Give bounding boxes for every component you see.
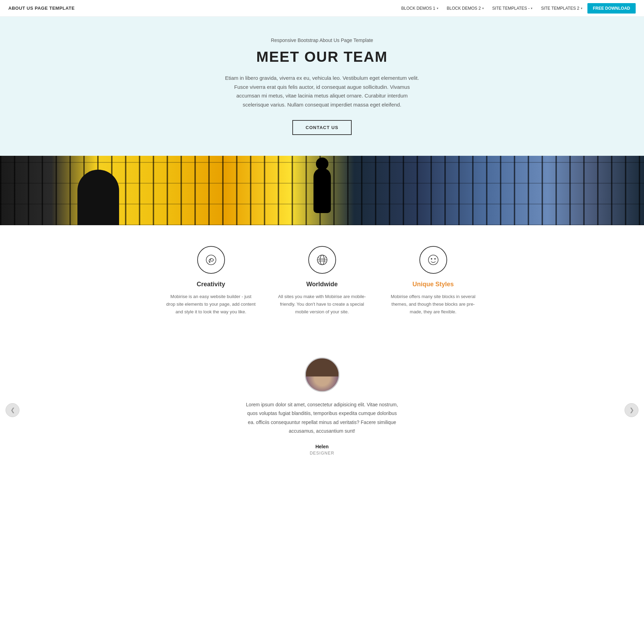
features-grid: Creativity Mobirise is an easy website b… <box>166 246 478 316</box>
feature-creativity: Creativity Mobirise is an easy website b… <box>166 246 256 316</box>
testimonial-next-button[interactable]: ❯ <box>625 403 638 417</box>
creativity-icon <box>203 252 219 268</box>
worldwide-title: Worldwide <box>277 281 367 288</box>
svg-point-1 <box>209 261 210 263</box>
nav-site-templates-1[interactable]: SITE TEMPLATES - ▾ <box>489 4 536 13</box>
hero-subtitle: Responsive Bootstrap About Us Page Templ… <box>14 37 630 43</box>
hero-section: Responsive Bootstrap About Us Page Templ… <box>0 17 644 156</box>
creativity-desc: Mobirise is an easy website builder - ju… <box>166 293 256 316</box>
chevron-down-icon: ▾ <box>482 7 484 10</box>
avatar-hair <box>306 358 338 376</box>
creativity-icon-circle <box>197 246 225 274</box>
worldwide-icon-circle <box>308 246 336 274</box>
image-banner <box>0 156 644 225</box>
nav-block-demos-1[interactable]: BLOCK DEMOS 1 ▾ <box>398 4 442 13</box>
unique-styles-icon <box>426 252 441 268</box>
chevron-down-icon: ▾ <box>437 7 438 10</box>
feature-unique-styles: Unique Styles Mobirise offers many site … <box>388 246 478 316</box>
feature-worldwide: Worldwide All sites you make with Mobiri… <box>277 246 367 316</box>
free-download-button[interactable]: FREE DOWNLOAD <box>587 3 636 14</box>
svg-point-5 <box>428 255 438 265</box>
testimonial-role: DESIGNER <box>14 451 630 456</box>
svg-point-6 <box>431 258 432 260</box>
testimonial-prev-button[interactable]: ❮ <box>6 403 19 417</box>
testimonial-name: Helen <box>14 444 630 449</box>
testimonial-text: Lorem ipsum dolor sit amet, consectetur … <box>246 400 399 435</box>
avatar-graphic <box>306 358 338 391</box>
navbar: ABOUT US PAGE TEMPLATE BLOCK DEMOS 1 ▾ B… <box>0 0 644 17</box>
hero-title: MEET OUR TEAM <box>14 49 630 65</box>
nav-site-templates-2[interactable]: SITE TEMPLATES 2 ▾ <box>537 4 586 13</box>
banner-silhouette-center <box>313 168 331 213</box>
features-section: Creativity Mobirise is an easy website b… <box>0 225 644 337</box>
nav-block-demos-2[interactable]: BLOCK DEMOS 2 ▾ <box>443 4 487 13</box>
svg-point-7 <box>434 258 436 260</box>
svg-point-0 <box>206 255 216 265</box>
testimonial-avatar <box>305 357 340 392</box>
unique-styles-desc: Mobirise offers many site blocks in seve… <box>388 293 478 316</box>
chevron-down-icon: ▾ <box>531 7 533 10</box>
testimonial-section: Lorem ipsum dolor sit amet, consectetur … <box>0 337 644 483</box>
creativity-title: Creativity <box>166 281 256 288</box>
hero-text: Etiam in libero gravida, viverra ex eu, … <box>225 74 419 109</box>
unique-styles-icon-circle <box>419 246 447 274</box>
banner-inner <box>0 156 644 225</box>
unique-styles-title: Unique Styles <box>388 281 478 288</box>
navbar-links: BLOCK DEMOS 1 ▾ BLOCK DEMOS 2 ▾ SITE TEM… <box>398 3 636 14</box>
contact-us-button[interactable]: CONTACT US <box>292 120 351 135</box>
worldwide-desc: All sites you make with Mobirise are mob… <box>277 293 367 316</box>
banner-silhouette-left <box>77 170 119 225</box>
chevron-down-icon: ▾ <box>581 7 583 10</box>
worldwide-icon <box>315 252 330 268</box>
navbar-brand: ABOUT US PAGE TEMPLATE <box>8 6 75 11</box>
